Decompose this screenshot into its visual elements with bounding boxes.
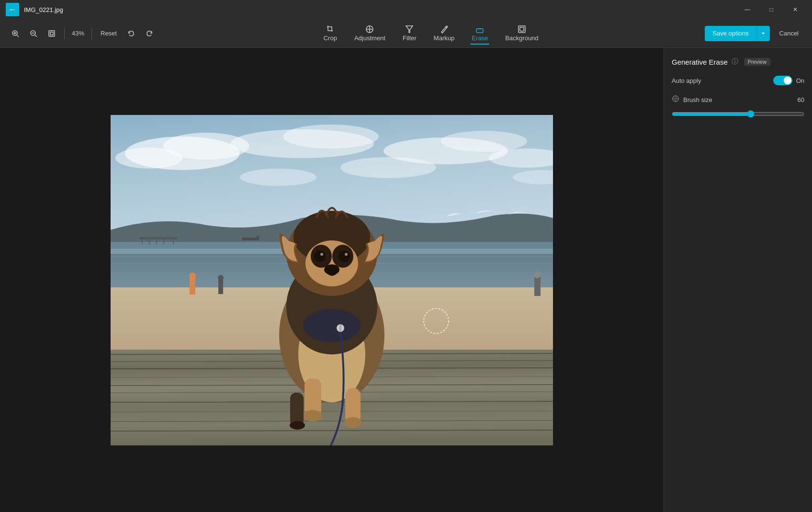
- crop-tool[interactable]: Crop: [316, 23, 345, 44]
- erase-tool[interactable]: Erase: [464, 23, 496, 44]
- svg-point-59: [303, 309, 361, 342]
- fit-screen-button[interactable]: [44, 26, 59, 41]
- svg-rect-33: [156, 237, 157, 244]
- brush-size-slider[interactable]: [672, 110, 804, 118]
- maximize-button[interactable]: □: [760, 2, 782, 17]
- toolbar-center: Crop Adjustment Filter: [161, 23, 701, 44]
- svg-rect-61: [339, 325, 341, 332]
- svg-rect-35: [173, 237, 174, 244]
- adjustment-icon: [365, 25, 374, 34]
- svg-point-19: [283, 125, 379, 148]
- panel-header: Generative Erase ⓘ Preview: [672, 57, 804, 66]
- window-controls: — □ ✕: [736, 2, 806, 17]
- canvas-area[interactable]: [0, 48, 664, 512]
- title-bar: ← IMG_0221.jpg — □ ✕: [0, 0, 812, 19]
- panel-title: Generative Erase: [672, 58, 728, 66]
- svg-marker-9: [406, 26, 413, 33]
- svg-rect-54: [534, 277, 541, 296]
- minimize-button[interactable]: —: [736, 2, 758, 17]
- svg-point-68: [338, 250, 350, 262]
- image-container: [111, 115, 553, 445]
- save-options-dropdown[interactable]: [756, 26, 770, 41]
- brush-size-value: 60: [798, 96, 804, 103]
- svg-point-71: [324, 264, 339, 275]
- back-button[interactable]: ←: [6, 3, 19, 16]
- undo-button[interactable]: [124, 26, 139, 41]
- filter-icon: [405, 25, 414, 34]
- background-icon: [518, 25, 526, 34]
- svg-rect-34: [163, 237, 164, 244]
- svg-rect-36: [242, 238, 257, 240]
- zoom-in-button[interactable]: [8, 26, 23, 41]
- redo-button[interactable]: [142, 26, 157, 41]
- cancel-button[interactable]: Cancel: [774, 27, 804, 40]
- svg-rect-31: [142, 237, 143, 244]
- svg-point-21: [441, 131, 527, 152]
- right-panel: Generative Erase ⓘ Preview Auto apply On: [664, 48, 812, 512]
- filter-tool[interactable]: Filter: [395, 23, 424, 44]
- brush-size-label: Brush size: [683, 96, 798, 103]
- brush-size-icon: [672, 95, 679, 104]
- svg-point-53: [218, 275, 224, 281]
- svg-point-75: [344, 417, 361, 428]
- preview-badge: Preview: [744, 58, 770, 66]
- zoom-out-button[interactable]: [26, 26, 41, 41]
- svg-point-77: [290, 421, 305, 430]
- svg-rect-11: [519, 26, 525, 33]
- svg-rect-32: [149, 237, 150, 244]
- auto-apply-row: Auto apply On: [672, 76, 804, 85]
- svg-rect-7: [49, 31, 55, 36]
- svg-point-23: [240, 169, 316, 186]
- reset-button[interactable]: Reset: [97, 28, 121, 39]
- markup-icon: [440, 25, 449, 34]
- svg-rect-37: [257, 236, 259, 240]
- save-options-group: Save options: [705, 26, 769, 41]
- svg-rect-12: [520, 27, 524, 31]
- markup-tool[interactable]: Markup: [426, 23, 462, 44]
- auto-apply-toggle[interactable]: [773, 76, 792, 85]
- toolbar-left: 43% Reset: [8, 26, 157, 41]
- svg-point-74: [303, 410, 322, 421]
- svg-point-55: [534, 272, 541, 278]
- auto-apply-toggle-container: On: [773, 76, 804, 85]
- background-label: Background: [505, 34, 538, 42]
- svg-rect-50: [190, 278, 195, 295]
- svg-point-17: [115, 148, 182, 169]
- svg-rect-10: [476, 29, 483, 33]
- svg-point-67: [314, 250, 326, 262]
- svg-point-24: [340, 157, 436, 178]
- title-bar-left: ← IMG_0221.jpg: [6, 3, 63, 16]
- svg-point-69: [320, 253, 323, 256]
- crop-label: Crop: [324, 34, 337, 42]
- svg-rect-30: [139, 237, 178, 239]
- toolbar: 43% Reset Crop: [0, 19, 812, 48]
- adjustment-label: Adjustment: [354, 34, 385, 42]
- toggle-on-label: On: [796, 77, 804, 84]
- toolbar-right: Save options Cancel: [705, 26, 804, 41]
- svg-marker-13: [762, 33, 765, 34]
- erase-icon: [475, 25, 484, 34]
- auto-apply-label: Auto apply: [672, 77, 701, 84]
- background-tool[interactable]: Background: [497, 23, 546, 44]
- close-button[interactable]: ✕: [784, 2, 806, 17]
- adjustment-tool[interactable]: Adjustment: [347, 23, 393, 44]
- markup-label: Markup: [434, 34, 454, 42]
- brush-size-row: Brush size 60: [672, 95, 804, 104]
- file-title: IMG_0221.jpg: [24, 6, 63, 13]
- filter-label: Filter: [403, 34, 417, 42]
- svg-line-5: [35, 35, 37, 37]
- divider: [64, 28, 65, 39]
- zoom-level: 43%: [69, 30, 87, 37]
- divider2: [91, 28, 92, 39]
- brush-size-slider-container: [672, 110, 804, 119]
- svg-rect-52: [218, 280, 223, 294]
- erase-label: Erase: [472, 34, 488, 42]
- svg-line-1: [17, 35, 19, 37]
- info-icon[interactable]: ⓘ: [732, 57, 738, 66]
- main-area: Generative Erase ⓘ Preview Auto apply On: [0, 48, 812, 512]
- photo-canvas: [111, 115, 553, 445]
- svg-point-70: [345, 253, 348, 256]
- svg-point-80: [675, 98, 677, 100]
- save-options-button[interactable]: Save options: [705, 26, 756, 41]
- crop-icon: [326, 25, 335, 34]
